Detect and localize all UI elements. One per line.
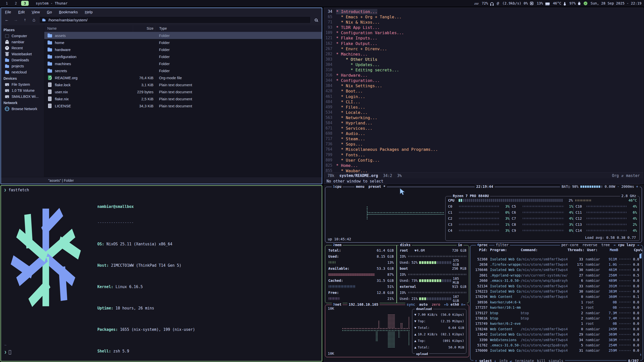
menu-item[interactable]: Help xyxy=(85,10,93,14)
process-row[interactable]: 178248 Web Content /nix/store/sm8fmrf3wp… xyxy=(470,326,643,332)
table-row[interactable]: assets Folder xyxy=(44,32,322,39)
column-size[interactable]: Size xyxy=(133,25,155,32)
table-row[interactable]: machines Folder xyxy=(44,60,322,67)
org-heading-line: 384 * Nix Settings... xyxy=(324,83,643,88)
sync-button[interactable]: sync xyxy=(407,302,415,306)
org-buffer[interactable]: 34 * Introduction... 65 * Emacs + Org + … xyxy=(324,8,643,172)
table-row[interactable]: hardware Folder xyxy=(44,46,322,53)
process-row[interactable]: 13642 Isolated Web Co /nix/store/sm8fmrf… xyxy=(470,332,643,337)
org-heading-line: 736 * Sops... xyxy=(324,142,643,147)
interval-decrease-button[interactable]: - xyxy=(617,185,619,189)
process-row[interactable]: 177257 kworker/10:1-mm_ 1 root 0B 0.0 xyxy=(470,305,643,310)
sidebar-item[interactable]: Computer xyxy=(1,33,44,39)
process-row[interactable]: 52134 Isolated Web Co /nix/store/sm8fmrf… xyxy=(470,283,643,289)
sidebar-item[interactable]: Browse Network xyxy=(1,106,44,112)
zero-button[interactable]: zero xyxy=(432,302,440,306)
net-panel-label[interactable]: 3net xyxy=(332,302,343,306)
process-row[interactable]: 38936 kworker/u64:6-kc 1 root 0B 0.0 xyxy=(470,299,643,305)
org-heading-line: 316 * Hardware... xyxy=(324,73,643,78)
table-row[interactable]: README.org 76,4 KiB Org-mode file xyxy=(44,74,322,81)
process-row[interactable]: 179127 btop btop 2 nambiar 7.3M 0.0 xyxy=(470,310,643,315)
fastfetch-entry: Kernel: Linux 6.16.5 xyxy=(97,284,254,290)
process-row[interactable]: 2658 .firefox-wrappe /nix/store/sm8fmrf3… xyxy=(470,262,643,267)
sort-switcher[interactable]: ← cpu lazy → xyxy=(614,243,639,247)
nav-button[interactable] xyxy=(12,17,20,23)
process-row[interactable]: 51762 .emacs-31.0.50- /nix/store/wnqz5pa… xyxy=(470,342,643,348)
column-name[interactable]: Name xyxy=(44,26,133,30)
info-button[interactable]: info ↵ xyxy=(499,359,512,362)
iface-switcher[interactable]: ←b eth0 n→ xyxy=(444,302,465,306)
table-row[interactable]: flake.nix 2,5 KiB Plain text document xyxy=(44,95,322,102)
process-row[interactable]: 2660 .emacs-31.0.50- /nix/store/wnqz5pa8… xyxy=(470,278,643,283)
sidebar-item[interactable]: nambiar xyxy=(1,39,44,45)
tree-button[interactable]: tree xyxy=(601,243,610,247)
process-row[interactable]: 178616 btop btop 2 nambiar 7.4M 0.0 xyxy=(470,315,643,321)
nav-button[interactable] xyxy=(3,17,11,23)
path-bar[interactable]: /home/nambiar/system/ xyxy=(39,16,311,23)
workspace-button[interactable]: 3 xyxy=(21,1,29,6)
process-row[interactable]: 176223 Isolated Web Co /nix/store/sm8fmr… xyxy=(470,289,643,294)
current-path: /home/nambiar/system/ xyxy=(48,18,88,22)
user-host: nambiar@smallbox xyxy=(97,204,254,209)
signals-button[interactable]: signals xyxy=(549,359,564,362)
sidebar-item[interactable]: projects xyxy=(1,63,44,69)
column-type[interactable]: Type xyxy=(155,25,322,32)
kill-button[interactable]: kill xyxy=(537,359,546,362)
scroll-down-icon[interactable]: ↓ xyxy=(640,352,642,356)
sidebar-item[interactable]: Wastebasket xyxy=(1,51,44,57)
workspace-button[interactable]: 2 xyxy=(12,1,20,6)
sidebar-item[interactable]: 1,0 TB Volume xyxy=(1,87,44,94)
org-heading-line: 34 * Introduction... xyxy=(324,9,643,14)
mem-total-label: Total: xyxy=(328,248,341,252)
interval-increase-button[interactable]: + xyxy=(636,185,638,189)
forward-icon xyxy=(14,18,18,22)
process-row[interactable]: 176646 Isolated Web Co /nix/store/sm8fmr… xyxy=(470,267,643,273)
sidebar-item[interactable]: SMALLBOX Wi... xyxy=(1,94,44,100)
menu-item[interactable]: File xyxy=(5,10,11,14)
process-row[interactable]: 2601 .Hyprland-wrapp /run/current-system… xyxy=(470,273,643,278)
process-row[interactable]: 52368 Isolated Web Co /nix/store/sm8fmrf… xyxy=(470,256,643,262)
io-mode-button[interactable]: io xyxy=(457,243,463,247)
disks-panel-label[interactable]: disks xyxy=(399,243,412,247)
table-row[interactable]: home Folder xyxy=(44,39,322,46)
process-row[interactable]: 175749 kworker/6:2-even 1 root 0B 0.0 xyxy=(470,321,643,326)
process-row[interactable]: 3390 WebExtensions /nix/store/sm8fmrf3wp… xyxy=(470,337,643,342)
workspace-button[interactable]: 1 xyxy=(3,1,11,6)
menu-item[interactable]: View xyxy=(32,10,40,14)
org-heading-line: 344 * Configuration... xyxy=(324,78,643,83)
table-row[interactable]: configuration Folder xyxy=(44,53,322,60)
disk-list: root▼4.6M720 GiB IO% Used:52% 375 GiB bo… xyxy=(400,247,466,302)
table-row[interactable]: secrets Folder xyxy=(44,67,322,74)
proc-panel-label[interactable]: 4proc xyxy=(476,243,489,247)
folder-icon xyxy=(47,61,52,66)
menu-button[interactable]: menu xyxy=(356,185,365,189)
cpu-panel-label[interactable]: 1cpu xyxy=(332,185,343,189)
per-core-button[interactable]: per-core xyxy=(561,243,578,247)
preset-button[interactable]: preset * xyxy=(369,185,385,189)
table-row[interactable]: flake.lock 3,1 KiB Plain text document xyxy=(44,81,322,88)
search-button[interactable] xyxy=(312,17,320,23)
process-row[interactable]: 176000 Isolated Web Co /nix/store/sm8fmr… xyxy=(470,348,643,353)
proc-scrollbar[interactable] xyxy=(639,254,641,258)
network-panel: 3net 192.168.10.165 sync auto zero ←b et… xyxy=(325,305,469,357)
process-row[interactable]: 178294 Web Content /nix/store/sm8fmrf3wp… xyxy=(470,294,643,299)
sidebar-item[interactable]: nextcloud xyxy=(1,69,44,75)
reverse-button[interactable]: reverse xyxy=(582,243,597,247)
menu-item[interactable]: Edit xyxy=(18,10,25,14)
sidebar-item[interactable]: Recent xyxy=(1,45,44,51)
org-heading-line: 563 * Networking... xyxy=(324,115,643,120)
folder-icon xyxy=(47,68,52,73)
terminal-window[interactable]: ❯ fastfetch nambiar@smallbox -----------… xyxy=(1,185,322,361)
filter-button[interactable]: filter xyxy=(495,243,510,247)
table-row[interactable]: user.nix 229 bytes Plain text document xyxy=(44,88,322,95)
nav-button[interactable] xyxy=(30,17,38,23)
mem-panel-label[interactable]: 2mem xyxy=(332,243,343,247)
terminate-button[interactable]: terminate xyxy=(515,359,534,362)
table-row[interactable]: LICENSE 34,3 KiB Plain text document xyxy=(44,102,322,109)
sidebar-item[interactable]: Downloads xyxy=(1,57,44,63)
menu-item[interactable]: Bookmarks xyxy=(59,10,78,14)
nav-button[interactable] xyxy=(21,17,29,23)
menu-item[interactable]: Go xyxy=(47,10,52,14)
sidebar-item[interactable]: File System xyxy=(1,81,44,87)
auto-button[interactable]: auto xyxy=(419,302,428,306)
